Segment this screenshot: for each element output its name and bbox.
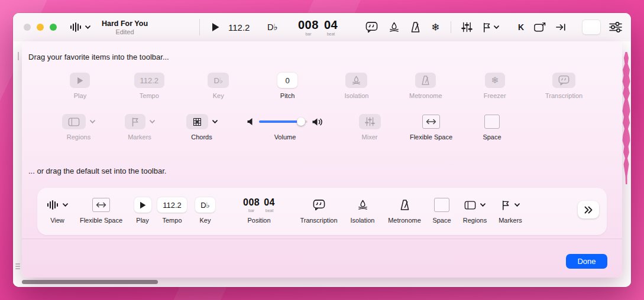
beat-label: beat (327, 32, 335, 36)
position-bar: 008 (298, 19, 319, 31)
app-window: Hard For You Edited 112.2 D♭ 008 bar 04 … (13, 13, 631, 287)
item-label: Pitch (280, 92, 295, 99)
customize-toolbar-sheet: Drag your favorite items into the toolba… (22, 41, 622, 278)
volume-slider[interactable] (259, 120, 308, 123)
item-label: Transcription (300, 217, 337, 224)
flexible-space-icon (92, 198, 110, 212)
count-in-button[interactable]: K (518, 22, 524, 32)
favorite-item-pitch[interactable]: 0 Pitch (253, 72, 322, 99)
item-label: Metronome (388, 217, 421, 224)
item-label: Isolation (344, 92, 368, 99)
position-beat: 04 (324, 19, 338, 31)
isolation-icon (345, 73, 367, 88)
audio-waveform-fragment (622, 52, 631, 184)
song-status: Edited (115, 28, 134, 35)
view-button[interactable] (70, 13, 90, 41)
horizontal-scrollbar-thumb[interactable] (22, 280, 158, 284)
done-button[interactable]: Done (566, 254, 607, 269)
mixer-icon (461, 21, 473, 33)
key-value: D♭ (195, 197, 215, 213)
default-item-key: D♭ Key (189, 196, 222, 224)
item-label: Play (74, 92, 86, 99)
freezer-button[interactable]: ❄ (431, 22, 439, 32)
favorite-item-freezer[interactable]: ❄ Freezer (460, 72, 529, 99)
toolbar-settings-button[interactable] (609, 13, 622, 41)
bar-label: bar (305, 32, 311, 36)
sheet-divider (22, 239, 622, 239)
position-beat: 04 (264, 198, 275, 207)
ruler-tick (18, 52, 19, 60)
speaker-high-icon (312, 118, 323, 126)
marker-flag-icon (501, 200, 510, 211)
default-item-regions: Regions (458, 196, 491, 224)
default-item-transcription: Transcription (296, 196, 341, 224)
isolation-button[interactable] (389, 21, 400, 33)
marker-flag-icon (482, 22, 491, 33)
item-label: Volume (274, 133, 296, 141)
favorite-item-key[interactable]: D♭ Key (184, 72, 253, 99)
item-label: Flexible Space (80, 217, 122, 224)
favorite-item-volume[interactable]: Volume (232, 113, 338, 141)
toolbar-divider (199, 19, 200, 35)
favorites-row-1: Play 112.2 Tempo D♭ Key 0 Pitch (46, 72, 598, 99)
favorite-item-isolation[interactable]: Isolation (322, 72, 391, 99)
item-label: Isolation (351, 217, 375, 224)
space-icon (434, 198, 449, 212)
default-toolbar-set[interactable]: View Flexible Space Play 112.2 Tempo (37, 188, 607, 235)
metronome-icon (400, 199, 410, 211)
favorite-item-mixer[interactable]: Mixer (338, 113, 402, 141)
volume-slider-knob[interactable] (297, 118, 305, 126)
default-item-markers: Markers (491, 196, 529, 224)
track-header-fragment (15, 262, 20, 270)
close-window-button[interactable] (24, 24, 31, 31)
tempo-value: 112.2 (157, 197, 187, 213)
favorites-hint: Drag your favorite items into the toolba… (28, 53, 169, 61)
tempo-value: 112.2 (134, 73, 165, 88)
go-to-end-button[interactable] (555, 22, 566, 32)
default-item-view: View (42, 196, 73, 224)
favorite-item-markers[interactable]: Markers (108, 113, 171, 141)
toolbar-icon-group: ❄ (365, 13, 439, 41)
metronome-button[interactable] (410, 21, 420, 33)
window-toolbar: Hard For You Edited 112.2 D♭ 008 bar 04 … (13, 13, 631, 41)
item-label: Regions (463, 217, 487, 224)
key-display[interactable]: D♭ (267, 13, 277, 41)
minimize-window-button[interactable] (37, 24, 44, 31)
item-label: Metronome (409, 92, 442, 99)
default-item-play: Play (130, 196, 156, 224)
transcription-button[interactable] (365, 21, 378, 33)
chevron-down-icon (212, 120, 218, 123)
favorite-item-metronome[interactable]: Metronome (391, 72, 460, 99)
autopunch-icon (533, 21, 546, 33)
item-label: Mixer (362, 133, 378, 141)
position-display[interactable]: 008 bar 04 beat (298, 13, 338, 41)
zoom-window-button[interactable] (50, 24, 57, 31)
markers-button[interactable] (482, 22, 499, 33)
chevron-down-icon (85, 25, 90, 29)
key-value: D♭ (208, 73, 229, 88)
favorite-item-flexible-space[interactable]: Flexible Space (402, 113, 461, 141)
mixer-icon (359, 114, 381, 129)
show-more-button[interactable] (578, 201, 599, 219)
item-label: Transcription (545, 92, 582, 99)
tempo-display[interactable]: 112.2 (228, 13, 250, 41)
marker-flag-icon (125, 114, 145, 129)
window-title-block: Hard For You Edited (102, 13, 148, 41)
favorite-item-regions[interactable]: Regions (49, 113, 108, 141)
favorite-item-tempo[interactable]: 112.2 Tempo (115, 72, 184, 99)
favorite-item-play[interactable]: Play (46, 72, 115, 99)
chord-grid-icon (186, 114, 208, 129)
favorite-item-space[interactable]: Space (461, 113, 523, 141)
favorite-item-transcription[interactable]: Transcription (529, 72, 598, 99)
play-icon (134, 197, 151, 213)
bar-label: bar (248, 208, 254, 213)
space-icon (484, 115, 500, 129)
toolbar-divider (451, 21, 451, 33)
play-icon (70, 73, 90, 88)
autopunch-button[interactable] (533, 21, 546, 33)
toolbar-right-group: K (518, 13, 566, 41)
favorite-item-chords[interactable]: Chords (171, 113, 232, 141)
play-button[interactable] (212, 13, 219, 41)
mixer-button[interactable] (461, 21, 473, 33)
go-to-end-icon (555, 22, 566, 32)
